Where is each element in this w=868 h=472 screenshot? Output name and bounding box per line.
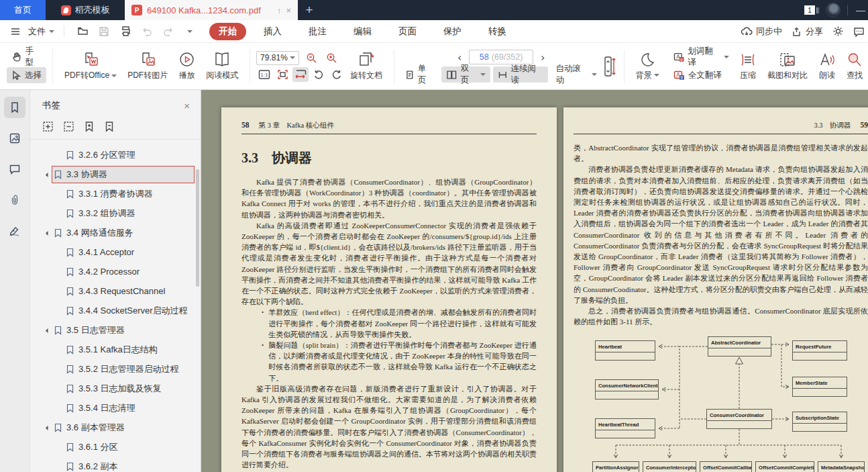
bookmark-item[interactable]: 3.2.6 分区管理 (30, 145, 201, 164)
zoom-level-select[interactable]: 79.81% (256, 51, 299, 65)
chevron-down-icon (111, 75, 117, 77)
ribbon-tab-protect[interactable]: 保护 (434, 23, 471, 40)
next-page-button[interactable]: › (537, 51, 549, 64)
panel-close-icon[interactable]: × (184, 100, 190, 111)
double-page-button[interactable]: 双页 (441, 66, 490, 83)
save-icon[interactable] (95, 23, 113, 40)
ribbon-tab-insert[interactable]: 插入 (254, 23, 291, 40)
auto-scroll-button[interactable]: 自动滚动 (551, 66, 602, 83)
minimize-button[interactable]: — (855, 5, 867, 15)
select-tool-button[interactable]: 选择 (7, 67, 46, 83)
bookmark-item[interactable]: 3.3.2 组协调器 (30, 203, 201, 223)
expand-arrow-icon[interactable] (46, 173, 50, 177)
rotate-document-button[interactable]: 旋转文档 (345, 49, 388, 83)
thumbnails-panel-icon[interactable] (4, 128, 25, 149)
rotate-right-button[interactable] (329, 67, 345, 82)
tab-pin-up-icon[interactable]: ↑ (277, 5, 282, 15)
bookmark-item[interactable]: 3.6 副本管理器 (30, 418, 201, 437)
book-icon (213, 52, 231, 68)
single-page-button[interactable]: 单页 (400, 66, 439, 83)
bookmark-item[interactable]: 3.4 网络通信服务 (30, 223, 201, 242)
find-button[interactable]: 查找 (841, 50, 868, 83)
new-tab-button[interactable]: + (298, 0, 321, 20)
bookmark-item[interactable]: 3.5.2 日志管理器启动过程 (30, 359, 201, 379)
hamburger-menu-icon[interactable] (7, 23, 24, 40)
section-title: 3.3 协调器 (241, 149, 537, 167)
sidebar-scrollbar[interactable] (196, 169, 199, 287)
expand-arrow-icon[interactable] (46, 231, 50, 236)
bookmark-item[interactable]: 3.6.1 分区 (30, 437, 201, 457)
expand-arrow-icon[interactable] (46, 328, 50, 333)
tab-docer[interactable]: 稻壳模板 (46, 0, 125, 20)
window-count-badge[interactable]: 1 (804, 5, 819, 15)
bookmark-item[interactable]: 3.3.1 消费者协调器 (30, 184, 201, 203)
bookmark-item[interactable]: 3.6.2 副本 (30, 457, 201, 472)
customize-toolbar-icon[interactable] (181, 23, 199, 40)
zoom-in-button[interactable] (323, 50, 339, 65)
read-aloud-button[interactable]: 朗读 (813, 50, 841, 83)
expand-arrow-icon[interactable] (46, 426, 50, 430)
tab-home[interactable]: 首页 (0, 0, 46, 20)
ribbon-tab-convert[interactable]: 转换 (479, 23, 516, 40)
pdf-to-image-label: PDF转图片 (127, 70, 168, 81)
bookmark-item[interactable]: 3.4.2 Processor (30, 262, 201, 281)
signature-panel-icon[interactable] (4, 220, 25, 242)
page-number-input[interactable]: 58 (69/352) (469, 50, 533, 64)
print-icon[interactable] (117, 23, 134, 40)
play-button[interactable]: 播放 (173, 49, 201, 83)
rotate-left-button[interactable] (311, 67, 327, 82)
bookmark-item[interactable]: 3.4.4 SocketServer启动过程 (30, 301, 201, 320)
zoom-level-value: 79.81% (260, 53, 288, 62)
ribbon-tab-annotate[interactable]: 批注 (299, 23, 336, 40)
redo-icon[interactable] (160, 23, 177, 40)
attachments-panel-icon[interactable] (4, 189, 25, 211)
fit-page-button[interactable] (274, 67, 290, 82)
full-translate-button[interactable]: A文 全文翻译 (669, 67, 734, 83)
remove-bookmark-icon[interactable] (104, 121, 115, 132)
ribbon-tab-edit[interactable]: 编辑 (344, 23, 381, 40)
feedback-chat-icon[interactable] (853, 26, 865, 37)
fit-width-button[interactable] (292, 67, 309, 82)
pdf-to-image-button[interactable]: PDF转图片 (122, 49, 173, 83)
share-button[interactable]: 分享 (792, 26, 823, 38)
bookmark-item[interactable]: 3.5.3 日志加载及恢复 (30, 379, 201, 398)
undo-icon[interactable] (138, 23, 156, 40)
bookmark-item[interactable]: 3.4.1 Acceptor (30, 242, 201, 262)
paragraph: 类，AbstractCoordinator 实现了组管理的协议，消费者协调器是消… (574, 142, 868, 164)
continuous-read-button[interactable]: 连续阅读 (493, 66, 549, 83)
bookmark-label: 3.4.4 SocketServer启动过程 (78, 305, 188, 317)
bookmarks-panel-icon[interactable] (4, 97, 25, 118)
zoom-out-button[interactable] (303, 50, 319, 65)
sync-status[interactable]: 同步中 (741, 26, 782, 38)
compress-button[interactable]: 压缩 (734, 50, 762, 83)
screenshot-compare-button[interactable]: 截图和对比 (762, 50, 813, 83)
uml-class-memberstate: MemberState (792, 377, 847, 397)
ribbon-tab-home[interactable]: 开始 (209, 23, 246, 40)
settings-gear-icon[interactable] (832, 26, 844, 37)
previous-page-button[interactable]: ‹ (453, 51, 466, 64)
auto-scroll-slider[interactable] (602, 53, 618, 80)
full-translate-icon: A文 (673, 70, 685, 81)
bookmark-item[interactable]: 3.4.3 RequestChannel (30, 281, 201, 301)
document-view[interactable]: 58 第 3 章 Kafka 核心组件 3.3 协调器 Kafka 提供了消费者… (201, 90, 868, 472)
actual-size-button[interactable]: 1:1 (256, 67, 272, 82)
bookmark-item-selected[interactable]: 3.3 协调器 (30, 164, 201, 184)
add-bookmark-icon[interactable] (84, 121, 95, 132)
background-button[interactable]: 背景 (631, 50, 665, 83)
tab-close-icon[interactable]: × (286, 5, 291, 15)
word-translate-button[interactable]: A中 划词翻译 (669, 49, 734, 65)
comments-panel-icon[interactable] (4, 158, 25, 180)
open-file-icon[interactable] (74, 23, 91, 40)
pdf-to-office-button[interactable]: PDF转Office (59, 49, 122, 83)
file-menu[interactable]: 文件 (28, 26, 54, 38)
bookmark-item[interactable]: 3.5.4 日志清理 (30, 398, 201, 418)
bookmark-item[interactable]: 3.5.1 Kafka日志结构 (30, 340, 201, 359)
ribbon-tab-page[interactable]: 页面 (389, 23, 426, 40)
hand-tool-button[interactable]: 手型 (7, 49, 46, 65)
expand-all-icon[interactable] (42, 121, 54, 132)
tab-pdf-document[interactable]: P 649100 Kafka...1234.com.pdf ↑ × (125, 0, 298, 20)
user-avatar[interactable] (826, 3, 840, 17)
read-mode-button[interactable]: 阅读模式 (201, 50, 243, 83)
bookmark-item[interactable]: 3.5 日志管理器 (30, 320, 201, 340)
collapse-all-icon[interactable] (63, 121, 74, 132)
